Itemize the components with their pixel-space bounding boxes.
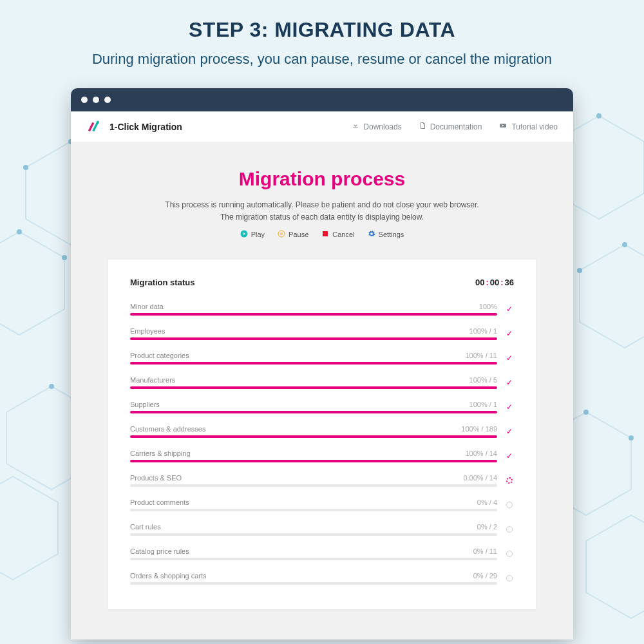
status-row: Employees100% / 1✓ <box>130 327 514 340</box>
progress-bar <box>130 362 497 365</box>
svg-point-17 <box>622 242 627 247</box>
status-row-label: Product comments <box>130 498 189 506</box>
pending-icon <box>505 574 514 583</box>
main-area: Migration process This process is runnin… <box>71 142 573 609</box>
check-icon: ✓ <box>505 354 514 363</box>
top-nav: 1-Click Migration Downloads Documentatio… <box>71 111 573 142</box>
svg-marker-5 <box>580 245 644 348</box>
browser-titlebar <box>71 88 573 111</box>
pending-icon <box>505 525 514 534</box>
svg-point-19 <box>583 410 589 415</box>
status-row: Orders & shopping carts0% / 29 <box>130 572 514 585</box>
svg-point-12 <box>62 255 67 260</box>
settings-button[interactable]: Settings <box>368 230 404 239</box>
status-row-meta: 100% / 11 <box>465 352 497 359</box>
status-row: Product categories100% / 11✓ <box>130 352 514 365</box>
progress-bar <box>130 533 497 536</box>
svg-rect-25 <box>282 232 283 235</box>
gear-icon <box>368 230 375 239</box>
status-row: Catalog price rules0% / 11 <box>130 547 514 560</box>
status-row-label: Customers & addresses <box>130 425 205 433</box>
status-row-meta: 0% / 29 <box>473 572 497 580</box>
svg-point-10 <box>23 165 28 170</box>
window-dot <box>104 97 111 103</box>
svg-point-15 <box>596 113 601 118</box>
status-row-meta: 0% / 2 <box>477 523 497 531</box>
progress-bar <box>130 509 497 511</box>
status-rows: Minor data100%✓Employees100% / 1✓Product… <box>130 303 514 585</box>
play-icon <box>240 230 248 239</box>
progress-bar <box>130 484 497 487</box>
app-body: 1-Click Migration Downloads Documentatio… <box>71 111 573 639</box>
cancel-button[interactable]: Cancel <box>321 230 354 239</box>
svg-marker-7 <box>586 515 644 618</box>
status-row-meta: 100% / 1 <box>469 401 497 408</box>
progress-bar <box>130 386 497 389</box>
page-title: Migration process <box>82 168 562 190</box>
pause-label: Pause <box>289 231 308 238</box>
status-row-label: Employees <box>130 327 165 335</box>
window-dot <box>81 97 88 103</box>
play-button[interactable]: Play <box>240 230 265 239</box>
document-icon <box>419 122 426 131</box>
status-row-meta: 0.00% / 14 <box>463 474 497 482</box>
nav-tutorial-label: Tutorial video <box>511 122 558 131</box>
status-heading: Migration status <box>130 278 194 287</box>
status-row: Carriers & shipping100% / 14✓ <box>130 450 514 462</box>
check-icon: ✓ <box>505 402 514 412</box>
migration-status-card: Migration status 00:00:36 Minor data100%… <box>108 260 536 609</box>
pause-icon <box>278 230 285 239</box>
pending-icon <box>505 500 514 509</box>
svg-point-13 <box>49 384 54 389</box>
status-row: Product comments0% / 4 <box>130 498 514 511</box>
status-row: Customers & addresses100% / 189✓ <box>130 425 514 438</box>
nav-documentation-label: Documentation <box>430 122 482 131</box>
nav-downloads[interactable]: Downloads <box>352 122 401 131</box>
status-row-meta: 100% / 5 <box>469 376 497 384</box>
status-row-meta: 0% / 4 <box>477 498 497 506</box>
status-row-label: Orders & shopping carts <box>130 572 207 580</box>
settings-label: Settings <box>379 231 404 238</box>
status-row-meta: 0% / 11 <box>473 547 497 555</box>
nav-documentation[interactable]: Documentation <box>419 122 482 131</box>
status-row: Products & SEO0.00% / 14 <box>130 474 514 487</box>
download-icon <box>352 122 359 131</box>
pause-button[interactable]: Pause <box>278 230 308 239</box>
nav-downloads-label: Downloads <box>363 122 401 131</box>
status-row-label: Suppliers <box>130 401 160 408</box>
cancel-label: Cancel <box>332 231 354 238</box>
svg-point-11 <box>17 229 22 234</box>
status-row-label: Catalog price rules <box>130 547 189 555</box>
status-row-label: Product categories <box>130 352 189 359</box>
cancel-icon <box>321 230 329 239</box>
browser-window: 1-Click Migration Downloads Documentatio… <box>71 88 573 639</box>
svg-rect-24 <box>281 232 281 235</box>
progress-bar <box>130 582 497 585</box>
elapsed-timer: 00:00:36 <box>475 278 514 287</box>
status-row: Cart rules0% / 2 <box>130 523 514 536</box>
status-row-label: Minor data <box>130 303 164 310</box>
svg-point-23 <box>278 231 285 237</box>
status-row-meta: 100% / 189 <box>461 425 497 433</box>
check-icon: ✓ <box>505 305 514 314</box>
progress-bar <box>130 460 497 462</box>
status-row-label: Manufacturers <box>130 376 175 384</box>
brand-logo-icon <box>86 118 103 135</box>
check-icon: ✓ <box>505 427 514 436</box>
progress-bar <box>130 337 497 340</box>
brand-name: 1-Click Migration <box>109 122 182 132</box>
check-icon: ✓ <box>505 329 514 338</box>
progress-bar <box>130 411 497 413</box>
video-icon <box>498 122 507 131</box>
pending-icon <box>505 549 514 558</box>
status-row-label: Carriers & shipping <box>130 450 191 457</box>
progress-bar <box>130 435 497 438</box>
status-row-meta: 100% <box>479 303 497 310</box>
check-icon: ✓ <box>505 378 514 387</box>
svg-point-20 <box>629 435 634 440</box>
nav-tutorial[interactable]: Tutorial video <box>498 122 558 131</box>
status-row: Manufacturers100% / 5✓ <box>130 376 514 389</box>
status-row-label: Products & SEO <box>130 474 182 482</box>
brand: 1-Click Migration <box>86 118 182 135</box>
svg-rect-26 <box>323 231 328 236</box>
